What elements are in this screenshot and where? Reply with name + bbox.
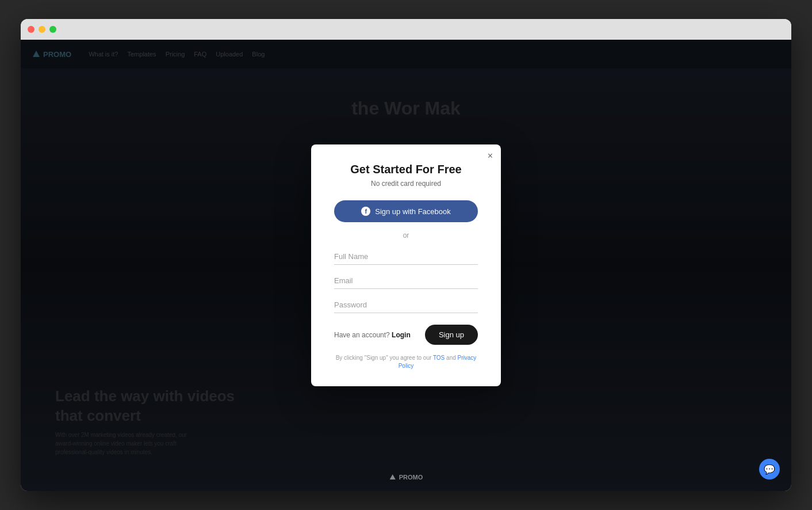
login-link[interactable]: Login bbox=[392, 331, 411, 339]
chat-icon: 💬 bbox=[764, 464, 775, 475]
password-input[interactable] bbox=[334, 297, 478, 313]
fullname-input[interactable] bbox=[334, 249, 478, 265]
modal-footer: Have an account? Login Sign up bbox=[334, 325, 478, 345]
svg-marker-2 bbox=[390, 474, 396, 479]
email-input[interactable] bbox=[334, 273, 478, 289]
signup-modal: × Get Started For Free No credit card re… bbox=[311, 144, 501, 386]
facebook-icon: f bbox=[361, 207, 370, 216]
close-button[interactable] bbox=[28, 26, 35, 33]
bottom-promo-logo: PROMO bbox=[389, 474, 423, 481]
password-group bbox=[334, 297, 478, 313]
chat-widget[interactable]: 💬 bbox=[759, 459, 780, 479]
modal-close-button[interactable]: × bbox=[488, 151, 493, 161]
modal-overlay: × Get Started For Free No credit card re… bbox=[21, 40, 791, 491]
browser-content: PROMO What is it? Templates Pricing FAQ … bbox=[21, 40, 791, 491]
browser-window: PROMO What is it? Templates Pricing FAQ … bbox=[21, 19, 791, 491]
browser-titlebar bbox=[21, 19, 791, 40]
signup-button[interactable]: Sign up bbox=[425, 325, 478, 345]
modal-title: Get Started For Free bbox=[334, 163, 478, 176]
maximize-button[interactable] bbox=[49, 26, 56, 33]
email-group bbox=[334, 273, 478, 289]
signup-facebook-button[interactable]: f Sign up with Facebook bbox=[334, 200, 478, 222]
minimize-button[interactable] bbox=[39, 26, 45, 33]
tos-link[interactable]: TOS bbox=[433, 355, 445, 361]
modal-subtitle: No credit card required bbox=[334, 180, 478, 188]
fullname-group bbox=[334, 249, 478, 265]
tos-text: By clicking "Sign up" you agree to our T… bbox=[334, 354, 478, 370]
or-divider: or bbox=[334, 231, 478, 239]
have-account-text: Have an account? Login bbox=[334, 331, 411, 339]
